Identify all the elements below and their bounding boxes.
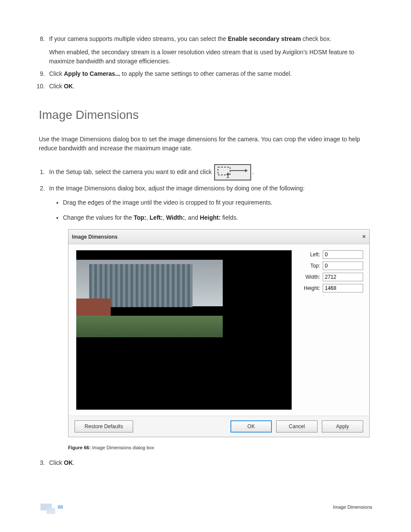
page-footer: 88 Image Dimensions <box>39 504 372 510</box>
step-9-text-c: to apply the same settings to other came… <box>120 70 292 77</box>
svg-marker-2 <box>245 169 248 172</box>
dimension-fields: Left: Top: Width: Height: <box>292 250 363 410</box>
apply-button[interactable]: Apply <box>322 420 363 432</box>
dialog-body: Left: Top: Width: Height: <box>68 244 369 416</box>
left-label: Left: <box>299 251 320 258</box>
step-8-detail: When enabled, the secondary stream is a … <box>49 48 372 66</box>
step-3-text-a: Click <box>49 459 64 466</box>
top-label: Top: <box>299 262 320 270</box>
section-heading-image-dimensions: Image Dimensions <box>39 108 372 122</box>
bullet-drag: Drag the edges of the image until the vi… <box>63 197 372 208</box>
height-label: Height: <box>299 284 320 292</box>
field-top: Top: <box>134 214 146 221</box>
video-preview[interactable] <box>76 250 292 410</box>
height-input[interactable] <box>323 284 363 292</box>
step-list-top: If your camera supports multiple video s… <box>47 34 372 91</box>
footer-title: Image Dimensions <box>333 504 372 510</box>
step-8-text-a: If your camera supports multiple video s… <box>49 35 228 42</box>
apply-to-cameras-label: Apply to Cameras... <box>64 70 120 77</box>
intro-paragraph: Use the Image Dimensions dialog box to s… <box>39 135 372 153</box>
dialog-title: Image Dimensions <box>72 233 118 241</box>
restore-defaults-button[interactable]: Restore Defaults <box>75 420 133 432</box>
dialog-button-bar: Restore Defaults OK Cancel Apply <box>68 416 369 437</box>
step-2-text: In the Image Dimensions dialog box, adju… <box>49 185 305 192</box>
field-width: Width: <box>166 214 184 221</box>
image-dimensions-icon <box>214 164 251 180</box>
step-10: Click OK. <box>47 82 372 91</box>
image-dimensions-dialog: Image Dimensions × Left: Top: Width: Hei… <box>68 229 370 437</box>
step-2: In the Image Dimensions dialog box, adju… <box>47 184 372 451</box>
ok-label-2: OK <box>64 459 73 466</box>
step-9: Click Apply to Cameras... to apply the s… <box>47 69 372 78</box>
cancel-button[interactable]: Cancel <box>276 420 318 432</box>
video-crop-region[interactable] <box>76 260 223 337</box>
ok-label: OK <box>64 83 73 90</box>
step-9-text-a: Click <box>49 70 64 77</box>
width-input[interactable] <box>323 273 363 281</box>
svg-marker-4 <box>226 172 230 175</box>
page-number: 88 <box>58 504 63 510</box>
bullet-fields-a: Change the values for the <box>63 214 134 221</box>
field-height: Height: <box>200 214 221 221</box>
step-10-text-c: . <box>73 83 75 90</box>
step-1-text-a: In the Setup tab, select the camera you … <box>49 168 213 175</box>
top-input[interactable] <box>323 261 363 270</box>
step-1-text-c: . <box>252 168 254 175</box>
dialog-titlebar: Image Dimensions × <box>68 230 369 244</box>
close-icon[interactable]: × <box>362 232 366 241</box>
width-label: Width: <box>299 273 320 281</box>
figure-caption: Figure 66: Image Dimensions dialog box <box>68 444 372 451</box>
step-2-bullets: Drag the edges of the image until the vi… <box>63 197 372 223</box>
field-left: Left: <box>149 214 162 221</box>
step-8-text-c: check box. <box>301 35 331 42</box>
enable-secondary-stream-label: Enable secondary stream <box>228 35 301 42</box>
step-8: If your camera supports multiple video s… <box>47 34 372 66</box>
step-3-text-c: . <box>73 459 75 466</box>
svg-marker-5 <box>226 177 230 178</box>
step-list-mid: In the Setup tab, select the camera you … <box>47 164 372 467</box>
sep3: , and <box>185 214 200 221</box>
figure-text: Image Dimensions dialog box <box>91 445 154 450</box>
step-1: In the Setup tab, select the camera you … <box>47 164 372 180</box>
bullet-fields-c: fields. <box>221 214 238 221</box>
ok-button[interactable]: OK <box>230 420 272 432</box>
step-3: Click OK. <box>47 458 372 467</box>
left-input[interactable] <box>323 250 363 259</box>
bullet-fields: Change the values for the Top:, Left:, W… <box>63 212 372 223</box>
figure-label: Figure 66: <box>68 445 91 450</box>
step-10-text-a: Click <box>49 83 64 90</box>
